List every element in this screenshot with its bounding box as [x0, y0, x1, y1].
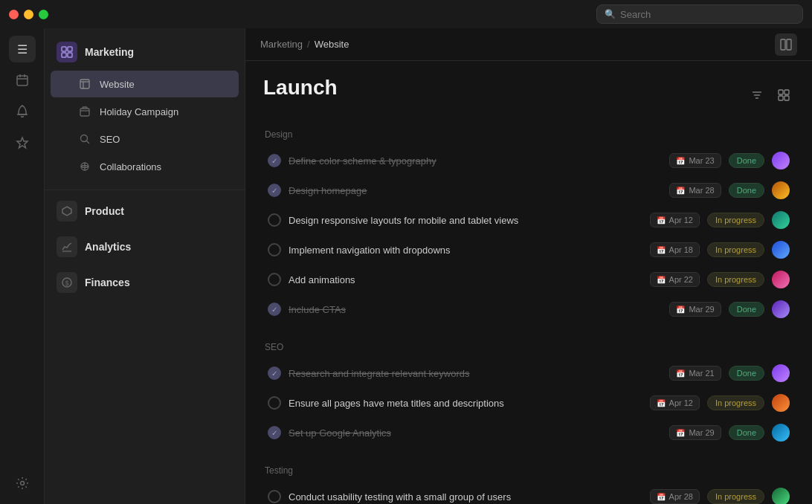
- task-row[interactable]: ✓Design homepage📅 Mar 28Done: [263, 175, 794, 205]
- task-status-badge: In progress: [707, 242, 764, 257]
- task-row[interactable]: Design responsive layouts for mobile and…: [263, 205, 794, 235]
- breadcrumb: Marketing / Website: [260, 39, 349, 50]
- nav-bell-button[interactable]: [9, 98, 36, 125]
- content-area: Marketing / Website Launch: [245, 28, 812, 504]
- svg-rect-9: [62, 53, 66, 57]
- task-avatar: [772, 152, 790, 169]
- finances-group-icon: $: [57, 272, 77, 293]
- sidebar-item-website[interactable]: Website: [51, 71, 239, 97]
- svg-rect-29: [784, 90, 789, 94]
- task-avatar: [772, 181, 790, 199]
- sidebar-item-collaborations[interactable]: Collaborations: [51, 153, 239, 180]
- close-button[interactable]: [9, 10, 19, 19]
- task-row[interactable]: ✓Define color scheme & typography📅 Mar 2…: [263, 146, 794, 175]
- nav-list-button[interactable]: ☰: [9, 36, 36, 62]
- svg-marker-5: [17, 138, 28, 148]
- product-label: Product: [85, 205, 124, 217]
- task-status-badge: In progress: [707, 395, 764, 410]
- calendar-icon: 📅: [657, 399, 666, 407]
- task-checkbox[interactable]: ✓: [268, 154, 281, 167]
- maximize-button[interactable]: [39, 10, 48, 19]
- svg-rect-11: [80, 80, 89, 88]
- nav-calendar-button[interactable]: [9, 67, 36, 94]
- task-avatar: [772, 300, 790, 318]
- filter-button[interactable]: [747, 85, 767, 106]
- task-checkbox[interactable]: [268, 396, 281, 410]
- task-label: Include CTAs: [289, 304, 662, 315]
- task-checkbox[interactable]: [268, 243, 281, 256]
- sidebar-group-finances[interactable]: $ Finances: [45, 265, 245, 300]
- grid-view-button[interactable]: [773, 85, 794, 106]
- task-checkbox[interactable]: ✓: [268, 184, 281, 197]
- content-header: Marketing / Website: [245, 28, 812, 61]
- holiday-campaign-label: Holiday Campaign: [100, 106, 178, 117]
- page-title-row: Launch: [263, 76, 794, 114]
- task-label: Design responsive layouts for mobile and…: [289, 215, 642, 226]
- task-status-badge: In progress: [707, 489, 764, 504]
- svg-rect-8: [68, 47, 72, 51]
- task-checkbox[interactable]: [268, 213, 281, 227]
- task-checkbox[interactable]: [268, 490, 281, 503]
- breadcrumb-current: Website: [315, 39, 349, 50]
- search-icon: 🔍: [605, 9, 616, 19]
- svg-rect-31: [784, 96, 789, 100]
- minimize-button[interactable]: [24, 10, 33, 19]
- svg-line-17: [87, 141, 90, 144]
- sidebar-group-marketing[interactable]: Marketing: [45, 34, 245, 70]
- title-actions: [747, 85, 794, 106]
- nav-settings-button[interactable]: [9, 470, 36, 497]
- task-date: 📅 Mar 29: [669, 425, 721, 440]
- task-label: Set up Google Analytics: [289, 427, 662, 439]
- svg-marker-19: [62, 207, 71, 216]
- svg-rect-10: [68, 53, 72, 57]
- task-avatar: [772, 488, 790, 504]
- breadcrumb-parent[interactable]: Marketing: [260, 39, 303, 50]
- task-checkbox[interactable]: ✓: [268, 366, 281, 380]
- website-label: Website: [100, 79, 135, 90]
- sidebar-item-seo[interactable]: SEO: [51, 126, 239, 152]
- calendar-icon: 📅: [676, 369, 685, 378]
- marketing-group-icon: [57, 42, 77, 62]
- section-label-testing: Testing: [263, 465, 794, 476]
- calendar-icon: 📅: [676, 429, 685, 437]
- task-label: Define color scheme & typography: [289, 155, 662, 167]
- nav-star-button[interactable]: [9, 129, 36, 156]
- task-checkbox[interactable]: [268, 273, 281, 286]
- task-row[interactable]: Implement navigation with dropdowns📅 Apr…: [263, 235, 794, 265]
- task-row[interactable]: ✓Set up Google Analytics📅 Mar 29Done: [263, 418, 794, 448]
- sidebar: Marketing Website: [45, 28, 245, 504]
- icon-bar: ☰: [0, 28, 45, 504]
- task-row[interactable]: Conduct usability testing with a small g…: [263, 482, 794, 504]
- task-status-badge: Done: [729, 425, 764, 440]
- search-bar[interactable]: 🔍: [596, 4, 803, 24]
- task-date: 📅 Apr 18: [650, 242, 700, 257]
- product-group-icon: [57, 201, 77, 222]
- task-row[interactable]: ✓Research and integrate relevant keyword…: [263, 358, 794, 388]
- layout-toggle-button[interactable]: [775, 33, 797, 56]
- collaborations-icon: [77, 159, 92, 174]
- calendar-icon: 📅: [657, 216, 666, 224]
- calendar-icon: 📅: [676, 187, 685, 195]
- section-label-design: Design: [263, 129, 794, 140]
- finances-label: Finances: [85, 277, 130, 288]
- task-row[interactable]: Add animations📅 Apr 22In progress: [263, 265, 794, 294]
- task-row[interactable]: Ensure all pages have meta titles and de…: [263, 388, 794, 418]
- task-sections: Design✓Define color scheme & typography📅…: [263, 129, 794, 504]
- task-row[interactable]: ✓Include CTAs📅 Mar 29Done: [263, 294, 794, 324]
- svg-rect-30: [779, 96, 783, 100]
- sidebar-group-product[interactable]: Product: [45, 193, 245, 229]
- search-input[interactable]: [620, 9, 795, 20]
- section-seo: SEO✓Research and integrate relevant keyw…: [263, 342, 794, 448]
- task-date: 📅 Apr 22: [650, 272, 700, 287]
- task-date: 📅 Mar 28: [669, 183, 721, 198]
- task-checkbox[interactable]: ✓: [268, 426, 281, 439]
- task-checkbox[interactable]: ✓: [268, 303, 281, 316]
- svg-rect-7: [62, 47, 66, 51]
- sidebar-item-holiday-campaign[interactable]: Holiday Campaign: [51, 98, 239, 125]
- analytics-label: Analytics: [85, 241, 131, 253]
- task-avatar: [772, 241, 790, 259]
- marketing-label: Marketing: [85, 46, 134, 58]
- sidebar-group-analytics[interactable]: Analytics: [45, 229, 245, 265]
- seo-icon: [77, 132, 92, 146]
- task-status-badge: Done: [729, 366, 764, 381]
